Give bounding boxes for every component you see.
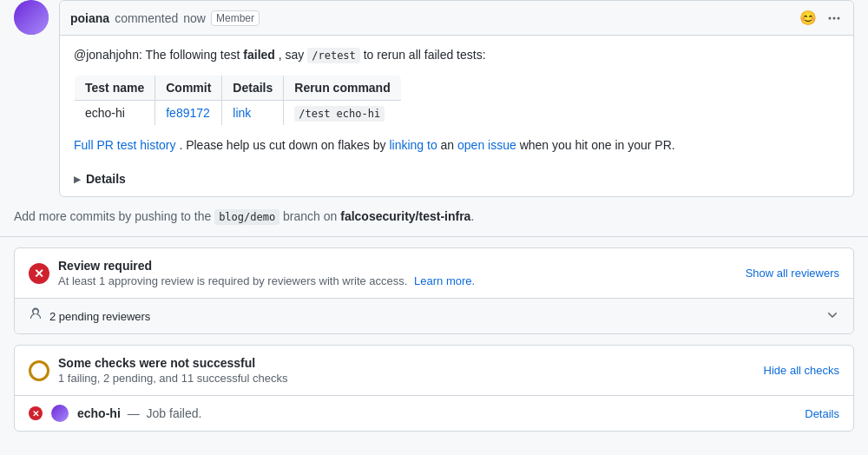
checks-header: Some checks were not successful 1 failin… (15, 346, 853, 395)
review-text-block: Review required At least 1 approving rev… (58, 259, 475, 287)
review-header-left: ✕ Review required At least 1 approving r… (29, 259, 475, 287)
body-middle: , say (279, 48, 305, 62)
pending-reviewers-left: 2 pending reviewers (29, 307, 150, 325)
review-title: Review required (58, 259, 475, 273)
checks-text-block: Some checks were not successful 1 failin… (58, 356, 288, 385)
body-suffix: to rerun all failed tests: (364, 48, 486, 62)
pending-reviewers-row: 2 pending reviewers (15, 298, 853, 333)
pr-help-an: an (441, 138, 455, 152)
col-header-details: Details (222, 76, 284, 101)
push-suffix: . (470, 209, 474, 223)
page-container: poiana commented now Member 😊 (0, 0, 868, 455)
comment-content: poiana commented now Member 😊 (59, 0, 854, 197)
checks-status-icon (29, 360, 49, 381)
comment-action: commented (115, 11, 178, 25)
check-description: Job failed. (147, 406, 202, 420)
details-toggle[interactable]: ▶ Details (60, 165, 853, 196)
check-name-text: echo-hi (77, 406, 121, 420)
hide-checks-button[interactable]: Hide all checks (764, 364, 839, 377)
review-subtitle: At least 1 approving review is required … (58, 274, 475, 287)
check-details-link[interactable]: Details (805, 407, 839, 420)
comment-header: poiana commented now Member 😊 (60, 1, 853, 36)
push-info-section: Add more commits by pushing to the blog/… (0, 197, 868, 237)
learn-more-link[interactable]: Learn more. (414, 274, 475, 287)
comment-time: now (183, 11, 206, 25)
svg-point-0 (829, 16, 832, 19)
details-label: Details (86, 172, 126, 186)
repo-name: falcosecurity/test-infra (340, 209, 470, 223)
member-badge: Member (211, 10, 260, 26)
checks-subtitle: 1 failing, 2 pending, and 11 successful … (58, 372, 288, 385)
linking-to-link[interactable]: linking to (389, 138, 437, 152)
check-row-left: ✕ echo-hi — Job failed. (29, 405, 201, 422)
check-fail-icon: ✕ (29, 406, 43, 420)
comment-body: @jonahjohn: The following test failed , … (60, 36, 853, 165)
details-link[interactable]: link (233, 106, 251, 120)
full-pr-history-link[interactable]: Full PR test history (74, 138, 175, 152)
retest-command: /retest (307, 48, 360, 63)
pr-help-middle: . Please help us cut down on flakes by (179, 138, 385, 152)
rerun-cmd-value: /test echo-hi (294, 106, 385, 122)
pending-text: 2 pending reviewers (49, 310, 150, 323)
failed-word: failed (243, 48, 275, 62)
review-required-section: ✕ Review required At least 1 approving r… (14, 247, 854, 334)
review-header: ✕ Review required At least 1 approving r… (15, 248, 853, 298)
comment-header-actions: 😊 (798, 8, 843, 28)
col-header-commit: Commit (155, 76, 222, 101)
push-middle: branch on (283, 209, 337, 223)
comment-block: poiana commented now Member 😊 (0, 0, 868, 197)
col-header-rerun: Rerun command (284, 76, 401, 101)
triangle-icon: ▶ (74, 175, 81, 184)
person-icon (29, 307, 43, 325)
cell-details: link (222, 101, 284, 126)
chevron-down-icon[interactable] (825, 308, 839, 325)
checks-header-left: Some checks were not successful 1 failin… (29, 356, 288, 385)
branch-code: blog/demo (214, 209, 279, 225)
pr-help-suffix: when you hit one in your PR. (520, 138, 675, 152)
commit-link[interactable]: fe89172 (166, 106, 210, 120)
cell-test-name: echo-hi (75, 101, 155, 126)
open-issue-link[interactable]: open issue (457, 138, 516, 152)
review-x-icon: ✕ (29, 263, 49, 284)
check-row: ✕ echo-hi — Job failed. Details (15, 395, 853, 431)
comment-text: @jonahjohn: The following test failed , … (74, 46, 839, 64)
check-avatar (51, 405, 69, 422)
commenter-username[interactable]: poiana (70, 11, 109, 25)
svg-point-1 (833, 16, 836, 19)
body-prefix: @jonahjohn: The following test (74, 48, 240, 62)
checks-title: Some checks were not successful (58, 356, 288, 370)
check-separator: — (128, 406, 140, 420)
push-prefix: Add more commits by pushing to the (14, 209, 211, 223)
smiley-button[interactable]: 😊 (798, 8, 819, 28)
more-options-button[interactable] (825, 10, 843, 27)
table-row: echo-hi fe89172 link /test echo-hi (75, 101, 402, 126)
svg-point-2 (838, 16, 840, 19)
test-table: Test name Commit Details Rerun command e… (74, 75, 402, 126)
show-reviewers-button[interactable]: Show all reviewers (746, 267, 839, 280)
pr-help-text: Full PR test history . Please help us cu… (74, 136, 839, 155)
check-name: echo-hi — Job failed. (77, 406, 201, 420)
cell-rerun-command: /test echo-hi (284, 101, 401, 126)
cell-commit: fe89172 (155, 101, 222, 126)
checks-section: Some checks were not successful 1 failin… (14, 345, 854, 432)
avatar (14, 0, 49, 35)
review-subtitle-text: At least 1 approving review is required … (58, 274, 407, 287)
col-header-test-name: Test name (75, 76, 155, 101)
comment-header-left: poiana commented now Member (70, 10, 260, 26)
